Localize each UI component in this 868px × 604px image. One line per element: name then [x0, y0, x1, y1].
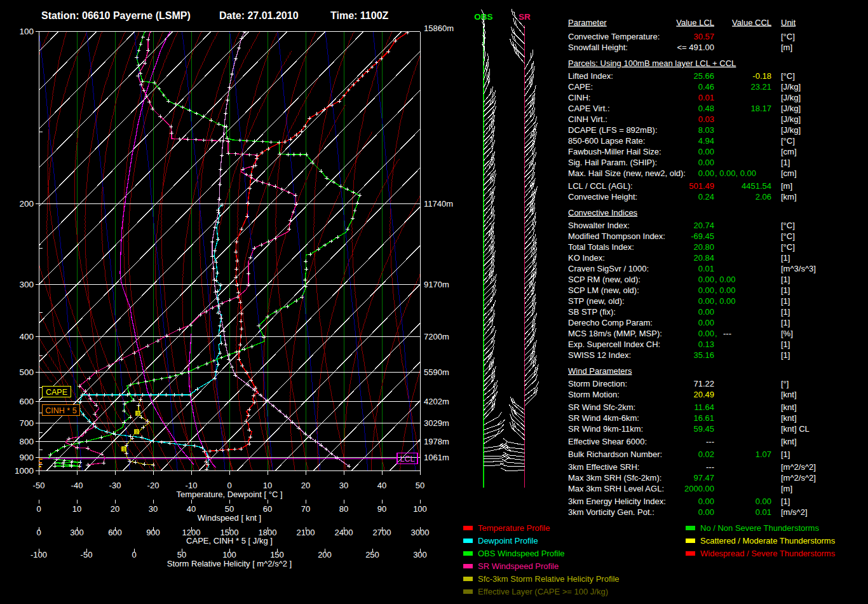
- svg-text:0.00: 0.00: [698, 158, 714, 167]
- svg-text:Sig. Hail Param. (SHIP):: Sig. Hail Param. (SHIP):: [568, 158, 657, 167]
- svg-text:900: 900: [19, 453, 34, 462]
- svg-text:LCL: LCL: [400, 455, 415, 463]
- svg-text:Storm Motion:: Storm Motion:: [568, 390, 620, 399]
- svg-text:0.00: 0.00: [698, 275, 714, 284]
- svg-text:0.01: 0.01: [698, 264, 714, 273]
- svg-text:[1]: [1]: [781, 275, 790, 284]
- svg-text:[1]: [1]: [781, 340, 790, 349]
- svg-text:CINH Virt.:: CINH Virt.:: [568, 114, 607, 124]
- svg-text:[m/s^2]: [m/s^2]: [781, 507, 808, 517]
- svg-text:Dewpoint Profile: Dewpoint Profile: [478, 536, 538, 546]
- svg-text:CAPE Virt.:: CAPE Virt.:: [568, 104, 610, 113]
- svg-text:0.00: 0.00: [698, 296, 714, 306]
- svg-text:,: ,: [715, 329, 717, 338]
- svg-text:0.00: 0.00: [698, 285, 714, 295]
- svg-text:SR Wind 9km-11km:: SR Wind 9km-11km:: [568, 424, 643, 434]
- svg-text:STP (new, old):: STP (new, old):: [568, 296, 625, 306]
- svg-text:-10: -10: [186, 481, 198, 490]
- svg-text:25.66: 25.66: [693, 71, 714, 81]
- svg-text:[°C]: [°C]: [781, 136, 795, 146]
- svg-text:20: 20: [301, 481, 310, 490]
- svg-text:Storm Relative Helicity [ m^2: Storm Relative Helicity [ m^2/s^2 ]: [167, 559, 292, 568]
- svg-text:SWISS 12 Index:: SWISS 12 Index:: [568, 350, 631, 360]
- svg-text:40: 40: [377, 481, 386, 490]
- svg-text:-0.18: -0.18: [752, 71, 771, 81]
- svg-text:15860m: 15860m: [424, 24, 454, 33]
- svg-text:20.80: 20.80: [693, 242, 714, 252]
- svg-text:-50: -50: [81, 550, 93, 559]
- svg-text:0.00: 0.00: [698, 497, 714, 506]
- svg-text:600: 600: [19, 397, 34, 406]
- svg-text:11740m: 11740m: [424, 199, 453, 209]
- svg-text:3km Vorticity Gen. Pot.:: 3km Vorticity Gen. Pot.:: [568, 507, 654, 517]
- svg-text:[m^2/s^2]: [m^2/s^2]: [781, 462, 816, 472]
- svg-text:0: 0: [227, 481, 231, 490]
- svg-text:0.48: 0.48: [698, 104, 714, 113]
- svg-text:CAPE: CAPE: [46, 388, 67, 397]
- svg-text:0.00: 0.00: [698, 329, 714, 338]
- svg-text:[m^2/s^2]: [m^2/s^2]: [781, 473, 816, 483]
- svg-text:0.02: 0.02: [698, 450, 714, 459]
- svg-text:20: 20: [111, 504, 119, 514]
- svg-text:[knt]: [knt]: [781, 437, 797, 446]
- svg-text:3000: 3000: [411, 528, 430, 537]
- svg-text:[m^3/s^3]: [m^3/s^3]: [781, 264, 816, 273]
- svg-text:16.61: 16.61: [693, 413, 714, 423]
- svg-text:90: 90: [377, 504, 386, 514]
- svg-text:[1]: [1]: [781, 285, 790, 295]
- svg-text:0.00: 0.00: [698, 147, 714, 156]
- svg-text:Effective Shear 6000:: Effective Shear 6000:: [568, 437, 647, 446]
- svg-text:[J/kg]: [J/kg]: [781, 104, 801, 113]
- svg-text:3029m: 3029m: [424, 418, 449, 428]
- svg-text:Max. Hail Size (new, new2, old: Max. Hail Size (new, new2, old):: [568, 168, 686, 178]
- svg-text:71.22: 71.22: [693, 379, 714, 388]
- svg-text:Wind Parameters: Wind Parameters: [568, 366, 632, 376]
- svg-text:[knt]: [knt]: [781, 413, 797, 423]
- svg-text:SR: SR: [519, 12, 531, 22]
- svg-text:Date: 27.01.2010: Date: 27.01.2010: [219, 10, 299, 21]
- svg-text:Derecho Comp Param:: Derecho Comp Param:: [568, 318, 653, 327]
- svg-text:0.03: 0.03: [698, 114, 714, 124]
- svg-text:, 0.00: , 0.00: [715, 296, 736, 306]
- svg-text:4.94: 4.94: [698, 136, 714, 146]
- svg-text:0.01: 0.01: [698, 93, 714, 102]
- svg-text:[1]: [1]: [781, 158, 790, 167]
- svg-text:10: 10: [263, 481, 272, 490]
- svg-text:Windspeed [ knt ]: Windspeed [ knt ]: [198, 513, 261, 523]
- svg-text:100: 100: [19, 27, 34, 36]
- svg-text:[°C]: [°C]: [781, 32, 795, 41]
- svg-text:[knt]: [knt]: [781, 390, 797, 399]
- svg-text:[°C]: [°C]: [781, 71, 795, 81]
- svg-text:850-600 Lapse Rate:: 850-600 Lapse Rate:: [568, 136, 645, 146]
- svg-text:Lifted Index:: Lifted Index:: [568, 71, 613, 81]
- svg-text:23.21: 23.21: [750, 82, 771, 92]
- svg-text:0.00: 0.00: [698, 168, 714, 178]
- svg-text:[J/kg]: [J/kg]: [781, 125, 801, 135]
- svg-text:Widespread / Severe Thundersto: Widespread / Severe Thunderstorms: [700, 549, 836, 558]
- svg-text:Scattered / Moderate Thunderst: Scattered / Moderate Thunderstorms: [700, 536, 836, 546]
- svg-text:Effective Layer (CAPE >= 100 J: Effective Layer (CAPE >= 100 J/kg): [478, 587, 608, 596]
- svg-text:70: 70: [301, 504, 310, 514]
- svg-text:[1]: [1]: [781, 296, 790, 306]
- svg-text:Parcels: Using 100mB mean laye: Parcels: Using 100mB mean layer LCL + CC…: [568, 58, 736, 68]
- svg-text:[1]: [1]: [781, 307, 790, 317]
- svg-text:[°C]: [°C]: [781, 242, 795, 252]
- svg-text:[m]: [m]: [781, 43, 792, 52]
- svg-text:Storm Direction:: Storm Direction:: [568, 379, 627, 388]
- svg-text:Bulk Richardson Number:: Bulk Richardson Number:: [568, 450, 662, 459]
- svg-text:9170m: 9170m: [424, 280, 449, 289]
- svg-text:300: 300: [413, 550, 427, 559]
- svg-text:[1]: [1]: [781, 318, 790, 327]
- svg-text:[1]: [1]: [781, 253, 790, 263]
- svg-text:Unit: Unit: [781, 18, 796, 27]
- svg-text:30.57: 30.57: [693, 32, 714, 41]
- svg-text:-100: -100: [31, 550, 47, 559]
- svg-text:CAPE, CINH * 5 [ J/kg ]: CAPE, CINH * 5 [ J/kg ]: [186, 536, 273, 546]
- svg-text:20.84: 20.84: [693, 253, 714, 263]
- svg-text:0: 0: [132, 550, 136, 559]
- svg-text:<= 491.00: <= 491.00: [677, 43, 714, 52]
- svg-text:CINH:: CINH:: [568, 93, 590, 102]
- svg-text:Fawbush-Miller Hail Size:: Fawbush-Miller Hail Size:: [568, 147, 661, 156]
- svg-text:SB STP (fix):: SB STP (fix):: [568, 307, 616, 317]
- svg-text:Station: 06610 Payerne (LSMP): Station: 06610 Payerne (LSMP): [41, 10, 191, 21]
